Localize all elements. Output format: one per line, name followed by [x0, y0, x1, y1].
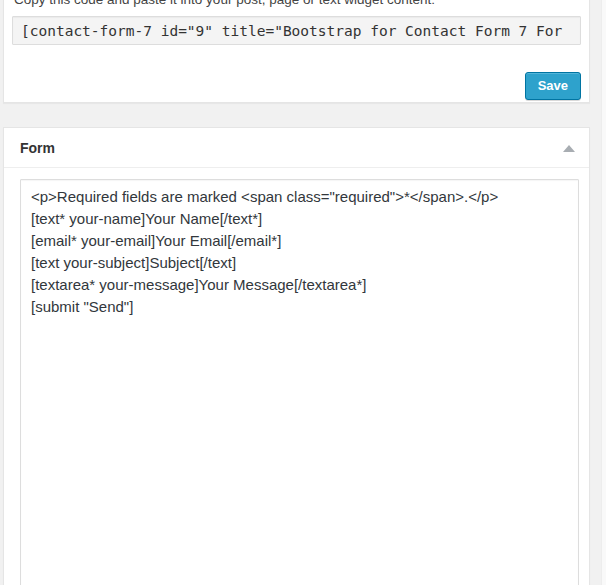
page-scrollbar-track[interactable] — [601, 0, 606, 585]
form-metabox-body: <p>Required fields are marked <span clas… — [4, 168, 589, 585]
shortcode-input[interactable] — [12, 16, 581, 45]
save-button[interactable]: Save — [525, 72, 581, 100]
form-metabox-title: Form — [20, 128, 55, 168]
arrow-up-icon — [563, 145, 575, 152]
collapse-toggle-button[interactable] — [551, 128, 587, 168]
form-metabox: Form <p>Required fields are marked <span… — [3, 127, 590, 585]
form-template-textarea[interactable]: <p>Required fields are marked <span clas… — [20, 179, 579, 585]
shortcode-panel: Copy this code and paste it into your po… — [3, 0, 590, 103]
form-metabox-header[interactable]: Form — [4, 128, 589, 168]
shortcode-instruction: Copy this code and paste it into your po… — [14, 0, 579, 8]
submit-row: Save — [12, 72, 581, 100]
